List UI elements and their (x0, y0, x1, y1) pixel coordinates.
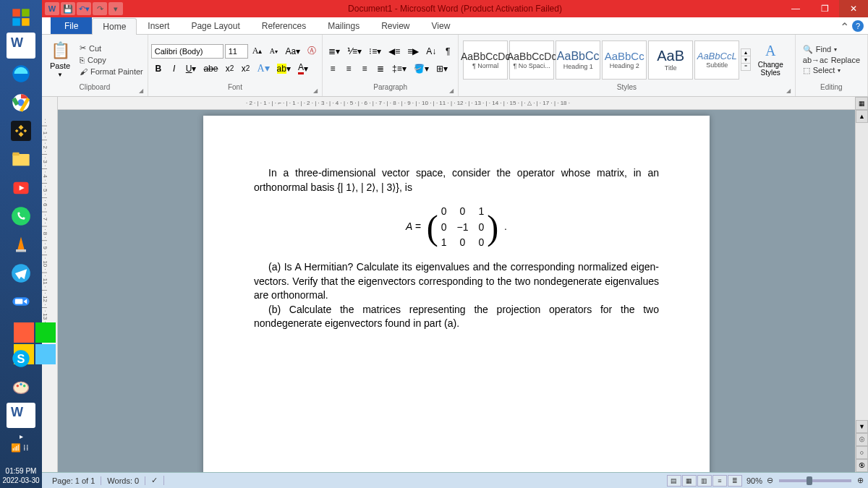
redo-icon[interactable]: ↷ (93, 2, 107, 15)
taskbar-vlc-icon[interactable] (7, 232, 35, 257)
scroll-up-icon[interactable]: ▲ (856, 110, 868, 123)
zoom-out-icon[interactable]: ⊖ (767, 476, 773, 485)
tab-home[interactable]: Home (92, 18, 137, 35)
minimize-button[interactable]: — (781, 0, 810, 17)
shading-button[interactable]: 🪣▾ (411, 61, 432, 76)
undo-icon[interactable]: ↶▾ (77, 2, 91, 15)
style-heading1[interactable]: AaBbCcHeading 1 (556, 40, 600, 80)
font-launcher-icon[interactable]: ◢ (313, 87, 320, 95)
justify-button[interactable]: ≣ (373, 61, 388, 76)
italic-button[interactable]: I (167, 61, 182, 76)
find-button[interactable]: 🔍Find▾ (803, 45, 860, 54)
web-view-icon[interactable]: ▥ (697, 475, 712, 487)
tab-references[interactable]: References (251, 17, 317, 34)
taskbar-binance-icon[interactable] (7, 118, 35, 143)
zoom-level[interactable]: 90% (742, 476, 767, 485)
fullscreen-view-icon[interactable]: ▦ (682, 475, 697, 487)
status-proofing-icon[interactable]: ✓ (145, 476, 164, 485)
align-right-button[interactable]: ≡ (357, 61, 372, 76)
line-spacing-button[interactable]: ‡≡▾ (389, 61, 409, 76)
next-page-icon[interactable]: ⦿ (856, 459, 868, 472)
change-styles-button[interactable]: A Change Styles (752, 43, 788, 77)
replace-button[interactable]: ab→acReplace (803, 56, 860, 64)
draft-view-icon[interactable]: ≣ (728, 475, 742, 487)
paste-button[interactable]: 📋 Paste ▼ (45, 38, 75, 82)
outline-view-icon[interactable]: ≡ (712, 475, 727, 487)
font-color-button[interactable]: A▾ (295, 61, 311, 76)
taskbar-clock[interactable]: 01:59 PM 2022-03-30 (2, 463, 39, 488)
font-name-select[interactable] (151, 44, 224, 59)
taskbar-expand-icon[interactable]: ▸ (17, 429, 26, 443)
superscript-button[interactable]: x2 (238, 61, 252, 76)
maximize-button[interactable]: ❐ (810, 0, 839, 17)
highlight-button[interactable]: ab▾ (274, 61, 294, 76)
vertical-ruler[interactable]: · · | · 1 · | · 2 · | · 3 · | · 4 · | · … (42, 97, 58, 472)
close-button[interactable]: ✕ (839, 0, 868, 17)
paragraph-launcher-icon[interactable]: ◢ (449, 87, 456, 95)
shrink-font-button[interactable]: A▾ (266, 44, 281, 59)
print-layout-view-icon[interactable]: ▤ (667, 475, 681, 487)
help-icon[interactable]: ? (852, 20, 864, 32)
cut-button[interactable]: ✂Cut (78, 43, 145, 53)
style-subtitle[interactable]: AaBbCcLSubtitle (694, 40, 739, 80)
ribbon-minimize-icon[interactable]: ⌃ (840, 20, 849, 34)
multilevel-button[interactable]: ⁝≡▾ (366, 44, 384, 59)
style-normal[interactable]: AaBbCcDc¶ Normal (463, 40, 508, 80)
bullets-button[interactable]: ≣▾ (326, 44, 343, 59)
taskbar-word-icon[interactable]: W (7, 33, 35, 58)
qat-customize-icon[interactable]: ▾ (109, 2, 123, 15)
align-left-button[interactable]: ≡ (326, 61, 340, 76)
scroll-down-icon[interactable]: ▼ (856, 420, 868, 433)
taskbar-video-icon[interactable] (7, 175, 35, 200)
font-size-select[interactable] (225, 44, 248, 59)
page[interactable]: In a three-dimensional vector space, con… (203, 116, 710, 472)
status-words[interactable]: Words: 0 (101, 476, 145, 485)
taskbar-explorer-icon[interactable] (7, 147, 35, 172)
taskbar-tray-icon[interactable]: 📶 ⁞⁞ (7, 445, 35, 462)
underline-button[interactable]: U▾ (183, 61, 200, 76)
style-title[interactable]: AaBTitle (648, 40, 693, 80)
taskbar-zoom-icon[interactable] (7, 288, 35, 314)
taskbar-app-icon[interactable] (7, 317, 35, 343)
taskbar-telegram-icon[interactable] (7, 260, 35, 286)
decrease-indent-button[interactable]: ◀≡ (386, 44, 403, 59)
tab-view[interactable]: View (421, 17, 461, 34)
styles-more-button[interactable]: ▴▾⁼ (741, 48, 751, 71)
copy-button[interactable]: ⎘Copy (78, 55, 145, 65)
sort-button[interactable]: A↓ (423, 44, 439, 59)
show-marks-button[interactable]: ¶ (441, 44, 455, 59)
grow-font-button[interactable]: A▴ (250, 44, 265, 59)
taskbar-paint-icon[interactable] (7, 374, 35, 399)
taskbar-word2-icon[interactable]: W (7, 403, 35, 428)
zoom-thumb[interactable] (807, 476, 812, 485)
zoom-slider[interactable] (779, 479, 851, 482)
tab-file[interactable]: File (51, 17, 92, 34)
horizontal-ruler[interactable]: · 2 · | · 1 · | · ⌐ · | · 1 · | · 2 · | … (58, 97, 868, 110)
taskbar-skype-icon[interactable]: S (7, 346, 35, 371)
format-painter-button[interactable]: 🖌Format Painter (78, 67, 145, 77)
style-no-spacing[interactable]: AaBbCcDc¶ No Spaci... (509, 40, 554, 80)
vertical-scrollbar[interactable]: ▲ ▼ ⦾ ○ ⦿ (855, 110, 868, 472)
clipboard-launcher-icon[interactable]: ◢ (139, 87, 146, 95)
strike-button[interactable]: abe (200, 61, 221, 76)
tab-mailings[interactable]: Mailings (317, 17, 370, 34)
word-icon[interactable]: W (45, 2, 59, 15)
taskbar-whatsapp-icon[interactable] (7, 203, 35, 228)
style-heading2[interactable]: AaBbCcHeading 2 (602, 40, 647, 80)
document-scroll[interactable]: In a three-dimensional vector space, con… (58, 110, 855, 472)
start-button[interactable] (7, 4, 35, 30)
align-center-button[interactable]: ≡ (341, 61, 356, 76)
styles-launcher-icon[interactable]: ◢ (786, 87, 793, 95)
change-case-button[interactable]: Aa▾ (282, 44, 303, 59)
bold-button[interactable]: B (151, 61, 166, 76)
subscript-button[interactable]: x2 (222, 61, 237, 76)
status-page[interactable]: Page: 1 of 1 (46, 476, 101, 485)
ruler-toggle-icon[interactable]: ▦ (855, 97, 868, 110)
prev-page-icon[interactable]: ⦾ (856, 433, 868, 446)
save-icon[interactable]: 💾 (61, 2, 75, 15)
tab-page-layout[interactable]: Page Layout (180, 17, 250, 34)
taskbar-chrome-icon[interactable] (7, 90, 35, 115)
tab-review[interactable]: Review (370, 17, 420, 34)
increase-indent-button[interactable]: ≡▶ (404, 44, 422, 59)
borders-button[interactable]: ⊞▾ (433, 61, 451, 76)
